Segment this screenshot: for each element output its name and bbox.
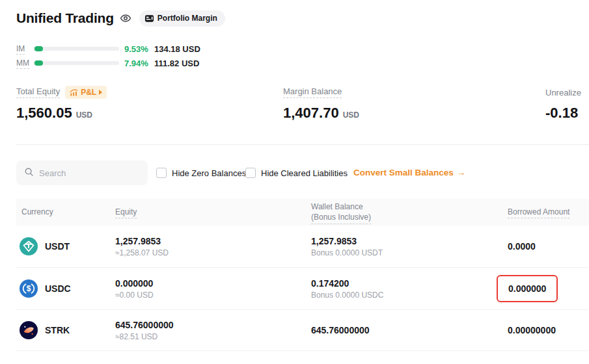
checkbox-icon[interactable] xyxy=(245,168,256,178)
portfolio-margin-icon xyxy=(144,14,154,23)
unrealized-label: Unrealize xyxy=(545,88,581,98)
wallet-bonus-value: Bonus 0.0000 USDC xyxy=(311,291,383,300)
margin-balance-unit: USD xyxy=(343,110,359,120)
hide-zero-balances-checkbox[interactable]: Hide Zero Balances xyxy=(156,168,246,178)
borrowed-amount-value: 0.00000000 xyxy=(508,325,556,335)
currency-cell: USDT xyxy=(20,226,70,267)
convert-small-balances-link[interactable]: Convert Small Balances → xyxy=(353,168,465,177)
unified-trading-page: Unified Trading Portfolio Margin IM 9.53… xyxy=(0,0,589,364)
mm-row: MM 7.94% 111.82 USD xyxy=(16,56,200,70)
margin-balance-stat: Margin Balance 1,407.70 USD xyxy=(283,85,359,122)
svg-text:$: $ xyxy=(27,284,31,293)
hide-cleared-liabilities-label: Hide Cleared Liabilities xyxy=(261,168,348,178)
coin-name: USDT xyxy=(45,241,70,252)
total-equity-stat: Total Equity P&L 1,560.05 USD xyxy=(16,85,107,122)
strk-icon xyxy=(20,321,38,339)
equity-usd-value: ≈0.00 USD xyxy=(115,291,154,300)
table-row-usdc[interactable]: $ USDC 0.000000 ≈0.00 USD 0.174200 Bonus… xyxy=(16,268,589,310)
portfolio-margin-badge[interactable]: Portfolio Margin xyxy=(139,10,225,27)
pl-badge-label: P&L xyxy=(81,88,96,97)
eye-icon[interactable] xyxy=(120,12,131,24)
table-header: Currency Equity Wallet Balance (Bonus In… xyxy=(16,199,589,226)
mm-progress-fill xyxy=(34,60,43,66)
column-header-wallet-balance[interactable]: Wallet Balance (Bonus Inclusive) xyxy=(311,202,371,224)
total-equity-label: Total Equity xyxy=(16,86,60,98)
currency-cell: $ USDC xyxy=(20,268,71,309)
table-row-usdt[interactable]: USDT 1,257.9853 ≈1,258.07 USD 1,257.9853… xyxy=(16,226,589,268)
checkbox-icon[interactable] xyxy=(156,168,167,178)
page-title: Unified Trading xyxy=(16,10,114,26)
usdc-icon: $ xyxy=(20,280,38,298)
wallet-balance-cell: 645.76000000 xyxy=(311,310,370,350)
wallet-balance-cell: 0.174200 Bonus 0.0000 USDC xyxy=(311,268,383,309)
borrowed-amount-cell: 0.00000000 xyxy=(508,310,556,350)
im-progress-fill xyxy=(34,46,43,51)
arrow-right-icon: → xyxy=(457,168,466,177)
equity-cell: 645.76000000 ≈82.51 USD xyxy=(115,310,174,350)
search-icon xyxy=(24,167,34,179)
column-header-currency: Currency xyxy=(21,207,53,216)
mm-percent: 7.94% xyxy=(124,58,154,68)
section-divider xyxy=(16,144,589,145)
table-row-strk[interactable]: STRK 645.76000000 ≈82.51 USD 645.7600000… xyxy=(16,310,589,351)
mm-amount: 111.82 USD xyxy=(154,58,199,68)
margin-ratio-section: IM 9.53% 134.18 USD MM 7.94% 111.82 USD xyxy=(16,42,200,70)
search-box[interactable] xyxy=(16,161,148,185)
mm-progress-bar xyxy=(33,61,119,65)
borrowed-amount-value: 0.000000 xyxy=(508,283,546,294)
coin-name: STRK xyxy=(45,325,70,335)
wallet-balance-cell: 1,257.9853 Bonus 0.0000 USDT xyxy=(311,226,383,267)
margin-balance-label: Margin Balance xyxy=(283,86,342,98)
im-row: IM 9.53% 134.18 USD xyxy=(16,42,200,56)
mm-label: MM xyxy=(16,58,33,68)
currency-cell: STRK xyxy=(20,310,70,350)
wallet-balance-value: 0.174200 xyxy=(311,278,383,289)
equity-cell: 0.000000 ≈0.00 USD xyxy=(115,268,154,309)
wallet-bonus-value: Bonus 0.0000 USDT xyxy=(311,248,383,257)
page-header: Unified Trading Portfolio Margin xyxy=(16,8,225,28)
im-progress-bar xyxy=(33,47,119,51)
usdt-icon xyxy=(20,237,38,255)
margin-balance-value: 1,407.70 xyxy=(283,105,339,122)
im-label: IM xyxy=(16,44,33,53)
equity-value: 1,257.9853 xyxy=(115,236,169,246)
search-input[interactable] xyxy=(39,168,137,178)
equity-value: 645.76000000 xyxy=(115,320,174,330)
annotation-highlight-box: 0.000000 xyxy=(497,275,558,302)
equity-value: 0.000000 xyxy=(115,278,154,289)
coin-name: USDC xyxy=(45,283,71,294)
wallet-balance-value: 645.76000000 xyxy=(311,325,370,335)
portfolio-margin-label: Portfolio Margin xyxy=(158,14,217,23)
hide-cleared-liabilities-checkbox[interactable]: Hide Cleared Liabilities xyxy=(245,168,348,178)
wallet-balance-value: 1,257.9853 xyxy=(311,236,383,246)
borrowed-amount-value: 0.0000 xyxy=(508,241,536,252)
hide-zero-balances-label: Hide Zero Balances xyxy=(172,168,246,178)
equity-cell: 1,257.9853 ≈1,258.07 USD xyxy=(115,226,169,267)
borrowed-amount-cell: 0.000000 xyxy=(508,268,558,309)
im-amount: 134.18 USD xyxy=(154,44,200,54)
equity-usd-value: ≈82.51 USD xyxy=(115,332,174,341)
convert-small-balances-label: Convert Small Balances xyxy=(353,168,454,177)
total-equity-unit: USD xyxy=(76,110,92,120)
pl-chart-icon xyxy=(70,88,78,97)
column-header-equity[interactable]: Equity xyxy=(115,207,137,216)
unrealized-value: -0.18 xyxy=(545,105,578,122)
unrealized-stat: Unrealize -0.18 xyxy=(545,85,581,122)
equity-usd-value: ≈1,258.07 USD xyxy=(115,248,169,257)
caret-right-icon xyxy=(99,90,102,95)
column-header-borrowed-amount[interactable]: Borrowed Amount xyxy=(508,207,569,216)
borrowed-amount-cell: 0.0000 xyxy=(508,226,536,267)
im-percent: 9.53% xyxy=(124,44,154,54)
pl-badge[interactable]: P&L xyxy=(65,86,107,99)
total-equity-value: 1,560.05 xyxy=(16,105,72,122)
